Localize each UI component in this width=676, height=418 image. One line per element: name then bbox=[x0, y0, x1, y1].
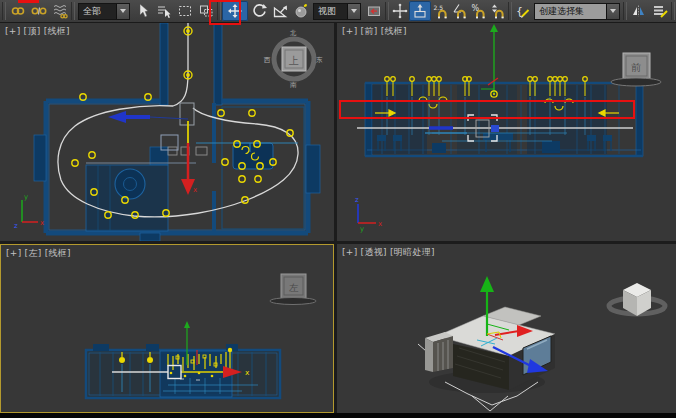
toolbar-separator bbox=[508, 2, 512, 20]
axis-x-label: x bbox=[245, 368, 250, 377]
axis-x-label: x bbox=[193, 186, 197, 194]
main-toolbar: 全部 视图 2.5 % { 创建选择集 bbox=[0, 0, 676, 23]
viewport-perspective-label[interactable]: [+] [透视] [明暗处理] bbox=[342, 246, 435, 259]
floorplan-walls bbox=[34, 23, 320, 241]
tripod-y-label: y bbox=[360, 225, 364, 233]
toolbar-separator bbox=[623, 2, 627, 20]
viewcube-left-face-label[interactable]: 左 bbox=[289, 282, 299, 293]
keyboard-override-toggle-icon[interactable] bbox=[409, 1, 431, 21]
viewport-left-canvas[interactable]: x 左 bbox=[0, 244, 334, 413]
toolbar-separator bbox=[71, 2, 75, 20]
select-and-move-icon[interactable] bbox=[222, 1, 248, 21]
3dsmax-window: 全部 视图 2.5 % { 创建选择集 bbox=[0, 0, 676, 418]
rectangular-selection-region-icon[interactable] bbox=[174, 1, 195, 21]
tripod-y-label: y bbox=[24, 193, 28, 201]
tripod-x-label: x bbox=[378, 220, 382, 228]
percent-snap-toggle-icon[interactable]: % bbox=[469, 1, 488, 21]
viewport-top-canvas[interactable]: x bbox=[0, 23, 334, 241]
chevron-down-icon[interactable] bbox=[606, 4, 619, 19]
viewport-left-label[interactable]: [+] [左] [线框] bbox=[6, 247, 71, 260]
viewport-left[interactable]: [+] [左] [线框] bbox=[0, 244, 334, 413]
chevron-down-icon[interactable] bbox=[347, 4, 360, 19]
compass-east-label[interactable]: 东 bbox=[316, 56, 323, 64]
compass-north-label[interactable]: 北 bbox=[290, 29, 297, 37]
tripod-z-label: z bbox=[355, 196, 359, 204]
unlink-selection-icon[interactable] bbox=[28, 1, 49, 21]
use-pivot-point-center-icon[interactable] bbox=[363, 1, 384, 21]
reference-coordinate-value: 视图 bbox=[318, 5, 345, 18]
snap-toggle-25d-icon[interactable]: 2.5 bbox=[431, 1, 450, 21]
select-and-manipulate-sphere-icon[interactable] bbox=[290, 1, 311, 21]
named-selection-sets-dropdown[interactable]: 创建选择集 bbox=[534, 3, 620, 20]
world-axis-tripod-top: y x z bbox=[14, 193, 44, 230]
bottom-edge-strip bbox=[0, 413, 676, 418]
bind-to-space-warp-icon[interactable] bbox=[49, 1, 70, 21]
select-and-link-icon[interactable] bbox=[7, 1, 28, 21]
annotation-fragment bbox=[18, 0, 39, 3]
edit-named-selection-sets-icon[interactable]: { bbox=[513, 1, 532, 21]
angle-snap-toggle-icon[interactable] bbox=[450, 1, 469, 21]
floorplan-furniture bbox=[86, 143, 273, 231]
selection-filter-dropdown[interactable]: 全部 bbox=[78, 3, 130, 20]
compass-west-label[interactable]: 西 bbox=[263, 56, 271, 64]
selection-filter-value: 全部 bbox=[83, 5, 114, 18]
tripod-z-label: z bbox=[14, 222, 18, 230]
select-and-scale-icon[interactable] bbox=[269, 1, 290, 21]
viewport-top[interactable]: [+] [顶] [线框] bbox=[0, 23, 334, 241]
spinner-snap-toggle-icon[interactable] bbox=[488, 1, 507, 21]
viewcube-top[interactable]: 上 北 东 南 西 bbox=[263, 29, 323, 89]
viewport-front-canvas[interactable]: 前 z x y bbox=[337, 23, 676, 241]
viewport-top-label[interactable]: [+] [顶] [线框] bbox=[5, 25, 70, 38]
chevron-down-icon[interactable] bbox=[116, 4, 129, 19]
viewcube-front-face-label[interactable]: 前 bbox=[631, 62, 641, 73]
select-and-rotate-icon[interactable] bbox=[248, 1, 269, 21]
viewcube-front[interactable]: 前 bbox=[611, 53, 661, 86]
viewport-perspective-canvas[interactable] bbox=[337, 244, 676, 413]
compass-south-label[interactable]: 南 bbox=[290, 81, 297, 89]
viewport-perspective[interactable]: [+] [透视] [明暗处理] bbox=[337, 244, 676, 413]
viewcube-left[interactable]: 左 bbox=[270, 274, 316, 305]
select-and-manipulate-icon[interactable] bbox=[390, 1, 409, 21]
elevation-walls bbox=[365, 83, 643, 156]
manage-layers-icon[interactable] bbox=[649, 1, 670, 21]
viewport-front-label[interactable]: [+] [前] [线框] bbox=[342, 25, 407, 38]
gizmo-axis-top[interactable]: x bbox=[181, 121, 197, 195]
toolbar-separator bbox=[217, 2, 221, 20]
viewcube-perspective[interactable] bbox=[609, 283, 665, 316]
reference-coordinate-dropdown[interactable]: 视图 bbox=[313, 3, 361, 20]
viewcube-top-face-label[interactable]: 上 bbox=[288, 55, 299, 66]
tripod-x-label: x bbox=[40, 219, 44, 227]
window-crossing-icon[interactable] bbox=[195, 1, 216, 21]
snap-25-label: 2.5 bbox=[433, 4, 443, 11]
select-by-name-icon[interactable] bbox=[153, 1, 174, 21]
mirror-icon[interactable] bbox=[628, 1, 649, 21]
toolbar-separator bbox=[385, 2, 389, 20]
toolbar-separator bbox=[671, 2, 675, 20]
select-object-icon[interactable] bbox=[132, 1, 153, 21]
toolbar-separator bbox=[2, 2, 6, 20]
named-selection-sets-value: 创建选择集 bbox=[539, 5, 604, 18]
path-direction-arrow-blue bbox=[108, 111, 188, 123]
viewport-front[interactable]: [+] [前] [线框] bbox=[337, 23, 676, 241]
world-axis-tripod-front: z x y bbox=[355, 196, 382, 233]
